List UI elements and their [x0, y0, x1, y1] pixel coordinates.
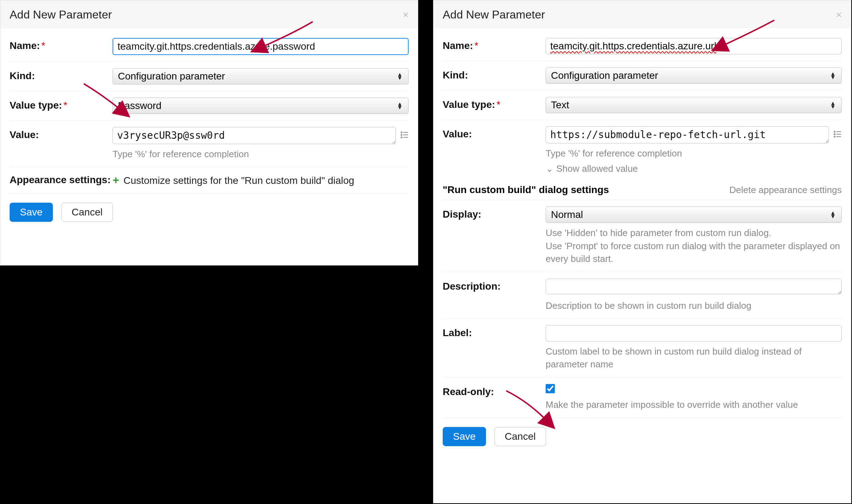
- value-input[interactable]: [546, 126, 829, 143]
- select-arrows-icon: ▲▼: [397, 73, 403, 80]
- label-display: Display:: [443, 207, 546, 220]
- svg-point-6: [834, 131, 835, 132]
- label-valuetype: Value type:*: [10, 98, 113, 111]
- label-value: Value:: [443, 126, 546, 140]
- kind-value: Configuration parameter: [551, 70, 658, 81]
- value-input[interactable]: [113, 127, 396, 144]
- label-kind: Kind:: [10, 68, 113, 82]
- label-readonly: Read-only:: [443, 384, 546, 398]
- save-button[interactable]: Save: [10, 203, 53, 222]
- dialog-header: Add New Parameter ×: [433, 0, 851, 28]
- plus-icon: +: [113, 174, 119, 186]
- label-input[interactable]: [546, 325, 842, 341]
- label-name: Name:*: [10, 38, 113, 51]
- svg-point-8: [834, 134, 835, 135]
- svg-point-2: [401, 135, 402, 136]
- valuetype-select[interactable]: Text ▲▼: [546, 97, 842, 113]
- name-input[interactable]: teamcity.git.https.credentials.azure.url: [546, 38, 842, 54]
- value-hint: Type '%' for reference completion: [546, 147, 842, 160]
- cancel-button[interactable]: Cancel: [495, 427, 546, 446]
- section-title: "Run custom build" dialog settings: [443, 184, 609, 196]
- display-hint: Use 'Hidden' to hide parameter from cust…: [546, 226, 842, 265]
- svg-point-10: [834, 136, 835, 137]
- label-label: Label:: [443, 325, 546, 339]
- valuetype-select[interactable]: Password ▲▼: [113, 98, 409, 114]
- cancel-button[interactable]: Cancel: [61, 203, 113, 222]
- kind-select[interactable]: Configuration parameter ▲▼: [546, 67, 842, 84]
- svg-point-4: [401, 137, 402, 138]
- display-select[interactable]: Normal ▲▼: [546, 207, 842, 223]
- list-icon[interactable]: [400, 127, 409, 141]
- save-button[interactable]: Save: [443, 427, 486, 446]
- dialog-title: Add New Parameter: [443, 8, 545, 21]
- select-arrows-icon: ▲▼: [830, 72, 836, 79]
- label-hint: Custom label to be shown in custom run b…: [546, 345, 842, 371]
- label-kind: Kind:: [443, 67, 546, 81]
- close-icon[interactable]: ×: [836, 10, 842, 20]
- dialog-title: Add New Parameter: [10, 8, 112, 21]
- customize-settings-link[interactable]: +Customize settings for the "Run custom …: [113, 174, 409, 187]
- description-hint: Description to be shown in custom run bu…: [546, 299, 842, 312]
- dialog-header: Add New Parameter ×: [0, 0, 418, 28]
- label-appearance: Appearance settings:: [10, 174, 113, 186]
- label-valuetype: Value type:*: [443, 97, 546, 110]
- name-input[interactable]: [113, 38, 409, 55]
- dialog-add-parameter-right: Add New Parameter × Name:* teamcity.git.…: [433, 0, 851, 503]
- readonly-hint: Make the parameter impossible to overrid…: [546, 398, 842, 411]
- select-arrows-icon: ▲▼: [397, 102, 403, 109]
- show-allowed-value-link[interactable]: ⌄Show allowed value: [546, 163, 842, 174]
- select-arrows-icon: ▲▼: [830, 212, 836, 218]
- svg-point-0: [401, 132, 402, 133]
- appearance-section-header: "Run custom build" dialog settings Delet…: [443, 176, 842, 200]
- list-icon[interactable]: [833, 126, 842, 140]
- valuetype-value: Text: [551, 99, 569, 110]
- label-value: Value:: [10, 127, 113, 141]
- dialog-add-parameter-left: Add New Parameter × Name:* Kind: Configu…: [0, 0, 418, 265]
- display-value: Normal: [551, 209, 583, 220]
- kind-select[interactable]: Configuration parameter ▲▼: [113, 68, 409, 84]
- description-input[interactable]: [546, 279, 842, 294]
- close-icon[interactable]: ×: [403, 10, 409, 20]
- kind-value: Configuration parameter: [118, 71, 225, 82]
- delete-appearance-link[interactable]: Delete appearance settings: [729, 185, 842, 196]
- valuetype-value: Password: [118, 100, 162, 111]
- select-arrows-icon: ▲▼: [830, 102, 836, 108]
- readonly-checkbox[interactable]: [546, 384, 555, 393]
- label-description: Description:: [443, 279, 546, 292]
- label-name: Name:*: [443, 38, 546, 51]
- chevron-down-icon: ⌄: [546, 163, 553, 174]
- value-hint: Type '%' for reference completion: [113, 148, 409, 160]
